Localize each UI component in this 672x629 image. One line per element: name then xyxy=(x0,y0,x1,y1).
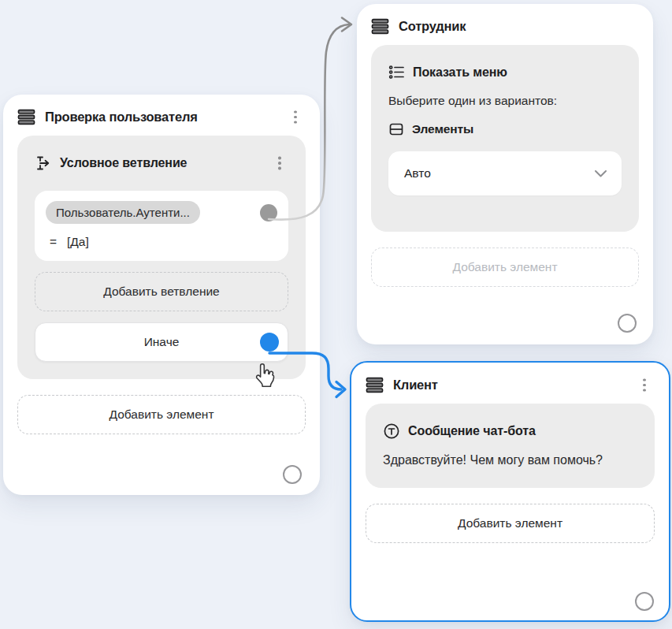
block-title: Сообщение чат-бота xyxy=(408,424,536,438)
block-header: Показать меню xyxy=(388,64,622,80)
elements-dropdown[interactable]: Авто xyxy=(388,151,622,195)
else-output-port[interactable] xyxy=(260,333,279,352)
condition-value: [Да] xyxy=(67,235,89,249)
block-title: Условное ветвление xyxy=(60,156,187,170)
condition-operator: = xyxy=(50,235,57,249)
add-element-button[interactable]: Добавить элемент xyxy=(366,504,655,543)
node-title: Клиент xyxy=(393,378,438,393)
node-check-user[interactable]: Проверка пользователя Условное ветвление… xyxy=(3,95,320,495)
kebab-menu-icon[interactable] xyxy=(287,109,304,126)
kebab-menu-icon[interactable] xyxy=(636,377,653,394)
else-branch-button[interactable]: Иначе xyxy=(35,322,288,362)
bot-message-text: Здравствуйте! Чем могу вам помочь? xyxy=(383,450,627,471)
node-connector-port[interactable] xyxy=(618,314,637,333)
node-header: Клиент xyxy=(351,363,669,404)
node-connector-port[interactable] xyxy=(283,465,302,484)
node-title: Проверка пользователя xyxy=(45,110,198,125)
node-header: Сотрудник xyxy=(357,4,653,45)
chevron-down-icon xyxy=(594,169,607,178)
kebab-menu-icon[interactable] xyxy=(271,154,288,172)
bot-message-block: Сообщение чат-бота Здравствуйте! Чем мог… xyxy=(366,404,655,488)
menu-prompt-text: Выберите один из вариантов: xyxy=(388,94,622,108)
node-header: Проверка пользователя xyxy=(3,95,320,136)
arrowhead-blue xyxy=(336,382,345,397)
condition-variable-pill[interactable]: Пользователь.Аутенти... xyxy=(46,201,200,224)
dropdown-value: Авто xyxy=(404,166,431,181)
flow-canvas: Проверка пользователя Условное ветвление… xyxy=(0,0,672,629)
conditional-branch-block: Условное ветвление Пользователь.Аутенти.… xyxy=(17,136,306,379)
node-client[interactable]: Клиент Сообщение чат-бота Здравствуйте! … xyxy=(350,361,670,622)
menu-list-icon xyxy=(388,64,405,80)
branch-icon xyxy=(35,154,52,172)
node-employee[interactable]: Сотрудник Показать меню Выберите один из… xyxy=(357,4,653,344)
elements-label: Элементы xyxy=(412,122,473,136)
block-header: Условное ветвление xyxy=(35,154,288,172)
stack-icon xyxy=(366,376,384,394)
elements-row: Элементы xyxy=(388,121,622,137)
block-header: Сообщение чат-бота xyxy=(383,422,637,440)
node-title: Сотрудник xyxy=(399,19,466,34)
else-label: Иначе xyxy=(144,335,180,349)
stack-icon xyxy=(371,17,389,35)
branch-output-port[interactable] xyxy=(260,204,277,221)
condition-card[interactable]: Пользователь.Аутенти... = [Да] xyxy=(35,191,288,261)
node-connector-port[interactable] xyxy=(635,592,654,611)
add-branch-button[interactable]: Добавить ветвление xyxy=(35,272,288,311)
elements-icon xyxy=(388,121,404,137)
block-title: Показать меню xyxy=(413,65,507,80)
add-element-button[interactable]: Добавить элемент xyxy=(17,395,306,434)
show-menu-block: Показать меню Выберите один из вариантов… xyxy=(371,45,639,232)
stack-icon xyxy=(17,108,35,126)
add-element-button[interactable]: Добавить элемент xyxy=(371,248,639,287)
text-message-icon xyxy=(383,422,400,440)
arrowhead-gray xyxy=(342,18,351,32)
